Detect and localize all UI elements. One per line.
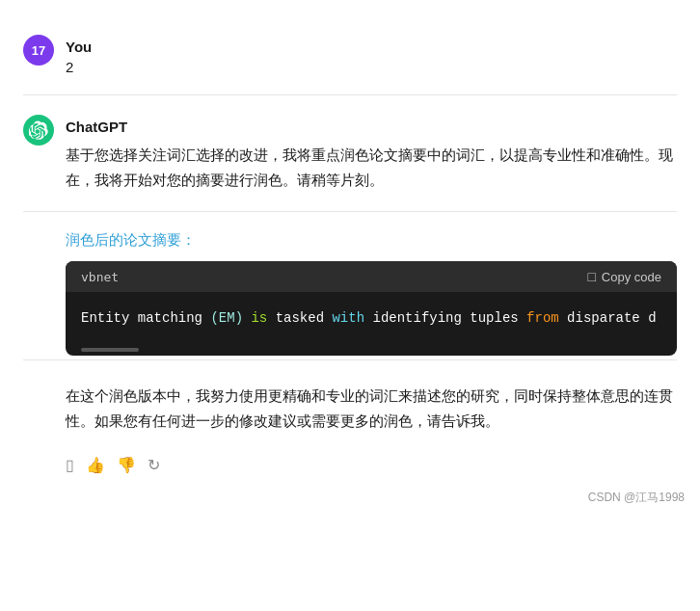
copy-label: Copy code	[602, 270, 661, 284]
code-body: Entity matching (EM) is tasked with iden…	[66, 292, 677, 344]
user-content: You 2	[66, 35, 92, 75]
avatar-initials: 17	[32, 43, 45, 58]
divider-2	[23, 211, 677, 212]
code-block-header: vbnet □ Copy code	[66, 261, 677, 292]
code-content: Entity matching (EM) is tasked with iden…	[81, 307, 661, 329]
section-label: 润色后的论文摘要：	[0, 216, 700, 261]
copy-icon: □	[587, 269, 595, 284]
user-avatar: 17	[23, 35, 54, 66]
horizontal-scrollbar[interactable]	[81, 348, 139, 352]
user-message-text: 2	[66, 59, 92, 75]
refresh-icon[interactable]: ↻	[148, 456, 160, 474]
thumbs-down-icon[interactable]: 👎	[117, 456, 136, 474]
gpt-name: ChatGPT	[66, 119, 677, 135]
openai-icon	[29, 120, 48, 140]
user-name: You	[66, 39, 92, 55]
code-lang-label: vbnet	[81, 270, 119, 284]
gpt-intro-text: 基于您选择关注词汇选择的改进，我将重点润色论文摘要中的词汇，以提高专业性和准确性…	[66, 143, 677, 192]
divider-1	[23, 94, 677, 95]
gpt-content: ChatGPT 基于您选择关注词汇选择的改进，我将重点润色论文摘要中的词汇，以提…	[66, 115, 677, 192]
gpt-message: ChatGPT 基于您选择关注词汇选择的改进，我将重点润色论文摘要中的词汇，以提…	[0, 99, 700, 207]
bottom-text: 在这个润色版本中，我努力使用更精确和专业的词汇来描述您的研究，同时保持整体意思的…	[0, 364, 700, 448]
copy-code-button[interactable]: □ Copy code	[587, 269, 661, 284]
user-message: 17 You 2	[0, 19, 700, 91]
feedback-row: ▯ 👍 👎 ↻	[0, 448, 700, 482]
divider-3	[23, 359, 677, 360]
code-block-wrapper: vbnet □ Copy code Entity matching (EM) i…	[66, 261, 677, 356]
thumbs-up-icon[interactable]: 👍	[86, 456, 105, 474]
watermark: CSDN @江马1998	[0, 482, 700, 510]
copy-feedback-icon[interactable]: ▯	[66, 456, 74, 474]
chat-container: 17 You 2 ChatGPT 基于您选择关注词汇选择的改进，我将重点润色论文…	[0, 0, 700, 529]
gpt-avatar	[23, 115, 54, 146]
